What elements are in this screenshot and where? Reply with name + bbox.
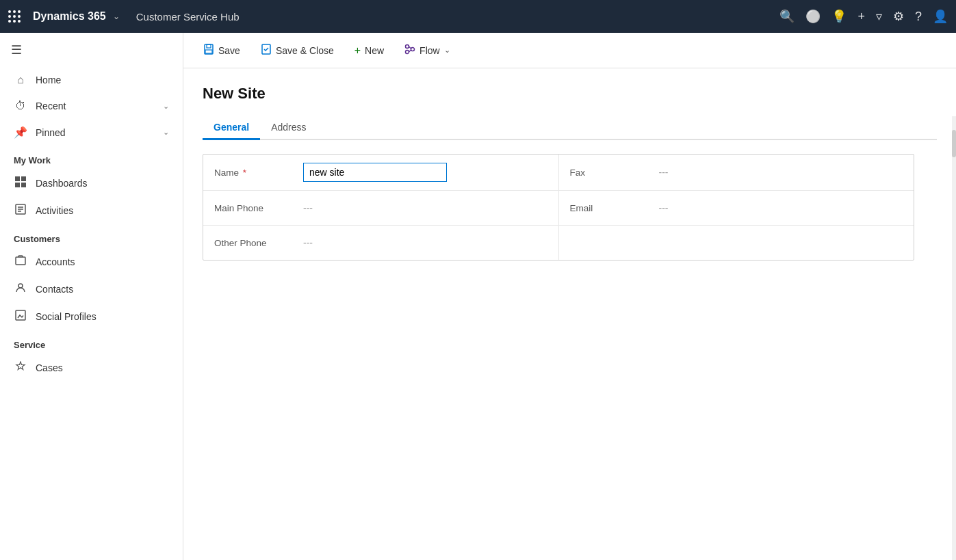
- flow-chevron[interactable]: ⌄: [444, 46, 450, 55]
- svg-rect-3: [21, 183, 26, 187]
- search-icon[interactable]: 🔍: [779, 9, 794, 24]
- accounts-icon: [14, 255, 27, 269]
- target-icon[interactable]: ⚪: [805, 9, 821, 24]
- sidebar-item-dashboards[interactable]: Dashboards: [0, 170, 183, 197]
- recent-label: Recent: [36, 101, 155, 111]
- sidebar-item-cases[interactable]: Cases: [0, 354, 183, 382]
- email-label: Email: [570, 203, 659, 213]
- form-row-2: Main Phone --- Email ---: [203, 191, 914, 226]
- activities-icon: [14, 204, 27, 217]
- main-content: Save Save & Close + New Flow ⌄: [183, 33, 956, 560]
- svg-rect-2: [15, 183, 20, 187]
- dashboards-icon: [14, 176, 27, 190]
- app-launcher[interactable]: [8, 10, 22, 23]
- main-phone-value: ---: [303, 202, 547, 213]
- toolbar: Save Save & Close + New Flow ⌄: [183, 33, 956, 68]
- sidebar-item-social-profiles[interactable]: Social Profiles: [0, 303, 183, 330]
- save-close-button[interactable]: Save & Close: [252, 39, 343, 62]
- settings-icon[interactable]: ⚙: [893, 9, 904, 24]
- recent-chevron: ⌄: [163, 102, 169, 111]
- svg-point-16: [411, 47, 415, 51]
- new-button[interactable]: + New: [346, 40, 393, 62]
- form-row-3: Other Phone ---: [203, 226, 914, 260]
- scroll-track: [952, 116, 956, 560]
- main-phone-cell: Main Phone ---: [203, 191, 559, 225]
- new-icon: +: [354, 44, 361, 57]
- contacts-label: Contacts: [36, 284, 169, 295]
- sidebar-item-home[interactable]: ⌂ Home: [0, 67, 183, 93]
- pinned-icon: 📌: [14, 126, 27, 139]
- svg-point-15: [406, 44, 409, 48]
- svg-point-17: [406, 50, 409, 53]
- svg-rect-0: [15, 176, 20, 181]
- social-profiles-icon: [14, 310, 27, 323]
- save-close-label: Save & Close: [276, 45, 334, 56]
- save-icon: [203, 44, 214, 57]
- scroll-thumb[interactable]: [952, 130, 956, 157]
- fax-value: ---: [659, 167, 903, 178]
- brand-chevron[interactable]: ⌄: [113, 12, 120, 21]
- social-profiles-label: Social Profiles: [36, 311, 169, 322]
- save-button[interactable]: Save: [194, 39, 249, 62]
- topbar: Dynamics 365 ⌄ Customer Service Hub 🔍 ⚪ …: [0, 0, 956, 33]
- main-phone-label: Main Phone: [214, 203, 303, 213]
- pinned-label: Pinned: [36, 127, 155, 138]
- brand-label[interactable]: Dynamics 365: [33, 10, 106, 23]
- sidebar-item-activities[interactable]: Activities: [0, 197, 183, 224]
- svg-rect-13: [205, 50, 212, 53]
- lightbulb-icon[interactable]: 💡: [831, 9, 847, 24]
- activities-label: Activities: [36, 205, 169, 216]
- sidebar: ☰ ⌂ Home ⏱ Recent ⌄ 📌 Pinned ⌄ My Work D…: [0, 33, 183, 560]
- section-header-my-work: My Work: [0, 146, 183, 170]
- name-cell: Name *: [203, 155, 559, 190]
- hamburger-button[interactable]: ☰: [0, 33, 183, 67]
- tab-general[interactable]: General: [203, 116, 260, 140]
- section-header-service: Service: [0, 330, 183, 354]
- email-cell: Email ---: [559, 191, 914, 225]
- svg-line-19: [409, 50, 411, 52]
- cases-label: Cases: [36, 362, 169, 373]
- svg-rect-1: [21, 176, 26, 181]
- email-value: ---: [659, 202, 903, 213]
- sidebar-item-accounts[interactable]: Accounts: [0, 248, 183, 276]
- svg-point-9: [18, 284, 23, 288]
- page-title: New Site: [203, 85, 937, 103]
- other-phone-label: Other Phone: [214, 238, 303, 248]
- home-icon: ⌂: [14, 74, 27, 86]
- content-area: New Site General Address Name *: [183, 68, 956, 560]
- empty-cell: [559, 226, 914, 260]
- flow-icon: [404, 44, 415, 57]
- section-header-customers: Customers: [0, 224, 183, 248]
- new-label: New: [365, 45, 384, 56]
- dashboards-label: Dashboards: [36, 178, 169, 189]
- other-phone-value: ---: [303, 237, 547, 248]
- fax-label: Fax: [570, 168, 659, 178]
- save-label: Save: [218, 45, 240, 56]
- pinned-chevron: ⌄: [163, 128, 169, 137]
- tab-address[interactable]: Address: [260, 116, 317, 140]
- home-label: Home: [36, 75, 169, 85]
- svg-rect-11: [205, 44, 213, 54]
- sidebar-item-contacts[interactable]: Contacts: [0, 276, 183, 303]
- name-label: Name *: [214, 168, 303, 178]
- help-icon[interactable]: ?: [915, 10, 922, 24]
- name-required: *: [243, 168, 246, 178]
- sidebar-item-recent[interactable]: ⏱ Recent ⌄: [0, 93, 183, 119]
- recent-icon: ⏱: [14, 100, 27, 112]
- add-icon[interactable]: +: [857, 10, 865, 24]
- filter-icon[interactable]: ▿: [876, 9, 882, 24]
- name-input[interactable]: [303, 163, 447, 182]
- form-card: Name * Fax --- Main Phone ---: [203, 154, 914, 261]
- form-row-1: Name * Fax ---: [203, 155, 914, 191]
- contacts-icon: [14, 282, 27, 296]
- cases-icon: [14, 361, 27, 375]
- svg-line-18: [409, 46, 411, 49]
- save-close-icon: [261, 44, 272, 57]
- user-icon[interactable]: 👤: [933, 9, 948, 24]
- flow-button[interactable]: Flow ⌄: [396, 39, 459, 62]
- other-phone-cell: Other Phone ---: [203, 226, 559, 260]
- fax-cell: Fax ---: [559, 155, 914, 190]
- sidebar-item-pinned[interactable]: 📌 Pinned ⌄: [0, 119, 183, 146]
- app-name-label: Customer Service Hub: [136, 11, 240, 23]
- flow-label: Flow: [419, 45, 440, 56]
